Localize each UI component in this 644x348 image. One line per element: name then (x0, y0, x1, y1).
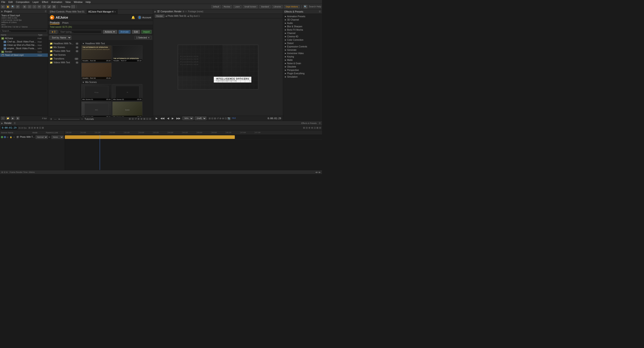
grid-thumb[interactable]: ≫ Mix Scene 02 05.00 (112, 84, 142, 101)
quality-select[interactable]: (Half) (195, 116, 206, 120)
menu-file[interactable]: File (1, 1, 5, 3)
import-button[interactable]: Import (141, 30, 152, 34)
fit-icon[interactable]: ⊕ (138, 118, 140, 120)
effects-item[interactable]: ▶ Blur & Sharpen (283, 25, 322, 28)
actions-button[interactable]: Actions ▼ (103, 30, 117, 34)
effects-item[interactable]: ▶ Keying (283, 55, 322, 58)
lock-icon[interactable]: 🔒 (10, 136, 12, 138)
effects-item[interactable]: ▶ Matte (283, 58, 322, 62)
effects-item[interactable]: ▶ Expression Controls (283, 45, 322, 48)
preset-standard[interactable]: Standard (259, 5, 270, 8)
tool-pen[interactable]: ✏ (37, 5, 41, 8)
snapping-toggle[interactable]: ⋮⋮ (71, 5, 75, 8)
skip-back-btn[interactable]: ◀◀ (160, 116, 165, 120)
view-toggle-icon[interactable]: ⊟ (132, 118, 134, 120)
solo-icon[interactable]: ◎ (7, 136, 9, 138)
view-grid-icon[interactable]: ⊞ (209, 117, 211, 120)
safe-area-icon[interactable]: ⊟ (211, 117, 213, 120)
effects-item[interactable]: ▶ Color Correction (283, 38, 322, 42)
nav-products[interactable]: Products (50, 21, 60, 24)
effects-menu-icon2[interactable]: ☰ (319, 122, 321, 124)
project-item[interactable]: ⚠ Close up Shot of a Red-Haired Girl.mp4… (0, 44, 48, 47)
tl-icon3[interactable]: ⊕ (34, 126, 36, 129)
tool-select[interactable]: ▸ (1, 5, 5, 8)
tab-effect-controls[interactable]: Effect Controls: Photo With Text 01 (48, 10, 86, 14)
project-item[interactable]: ▶ Render Com (0, 50, 48, 54)
project-item[interactable]: ⚠ Chef op...Stock Video Footage - Artgri… (0, 40, 48, 44)
cat-mix-scenes[interactable]: 📁 Mix Scenes 8 (48, 46, 80, 49)
timecode-display[interactable]: 0:00:01:29 (1, 126, 18, 130)
effects-item[interactable]: ▶ Perspective (283, 68, 322, 72)
grid-thumb[interactable]: THE AFTERMATH OF OPERATION Lorem ipsum t… (112, 46, 142, 62)
tool-ellipse[interactable]: ○ (32, 5, 36, 8)
render-tab[interactable]: Render (155, 14, 164, 18)
preset-learn[interactable]: Learn (233, 5, 242, 8)
preset-review[interactable]: Review (222, 5, 232, 8)
rotate-view-icon[interactable]: ⊗ (140, 118, 142, 120)
delete-view-icon[interactable]: ⊟ (149, 118, 151, 120)
project-search-input[interactable] (1, 29, 47, 33)
play-icon[interactable]: ⏸ (50, 118, 52, 120)
tl-icon4[interactable]: ⊗ (36, 126, 38, 129)
star-count-btn[interactable]: ★ 0 (50, 30, 58, 34)
effects-item[interactable]: ▶ Cinema 4D (283, 35, 322, 38)
layer-audio-btn[interactable] (4, 136, 6, 138)
grid-thumb[interactable]: Scene Mix Scene 04 05.00 (112, 102, 142, 117)
preset-small[interactable]: Small Screen (243, 5, 258, 8)
effects-presets-tab[interactable]: Effects & Presets (301, 122, 317, 124)
stop-icon[interactable]: — (54, 118, 56, 120)
frame-back-btn[interactable]: ◀ (166, 116, 170, 120)
folder-btn[interactable]: 📁 (6, 116, 10, 120)
frame-fwd-btn[interactable]: ▶ (171, 116, 174, 120)
tool-zoom[interactable]: 🔍 (11, 5, 15, 8)
menu-composition[interactable]: Composition (16, 1, 30, 3)
tool-anchor[interactable]: ⊕ (22, 5, 26, 8)
animate-button[interactable]: Animate (118, 30, 131, 34)
grid-thumb[interactable]: IMG Mix Scene 03 05.00 (82, 102, 112, 117)
menu-help[interactable]: Help (86, 1, 91, 3)
mask-view-icon[interactable]: ⊠ (143, 118, 145, 120)
tutorials-button[interactable]: Tutorials (84, 118, 94, 120)
effects-item[interactable]: ▶ 3D Channel (283, 18, 322, 22)
timeline-playhead[interactable] (100, 135, 100, 170)
preset-depe[interactable]: Depe Motions (284, 5, 300, 8)
notification-icon[interactable]: 🔔 (131, 16, 135, 19)
parent-link-icon[interactable]: ⊕ (48, 136, 51, 138)
layer-mode-select[interactable]: Normal (36, 135, 48, 139)
clear-selection-icon[interactable]: ✕ (148, 36, 150, 39)
menu-effect[interactable]: Effect (42, 1, 48, 3)
section-mix-scenes[interactable]: ▼ Mix Scenes (82, 80, 152, 84)
grid-thumb[interactable]: HEADLINE NEWS Headlin...Text 08 05.00 (82, 63, 112, 80)
edit-button[interactable]: Edit (132, 30, 140, 34)
tl-right-icon1[interactable]: ⊞ (303, 126, 305, 129)
effects-item[interactable]: ▶ Plugin Everything (283, 72, 322, 75)
cat-transitions[interactable]: 📁 Transitions 10 (48, 57, 80, 60)
sort-select[interactable]: Sort by: Name (50, 36, 71, 40)
reset-view-icon[interactable]: ↺ (134, 118, 137, 120)
plus-icon[interactable]: + (82, 118, 83, 120)
tl-icon6[interactable]: ⊠ (42, 126, 44, 129)
tl-icon1[interactable]: ⊞ (28, 126, 30, 129)
3d-icon[interactable]: ⊗ (222, 117, 224, 120)
new-item-btn[interactable]: + (1, 116, 5, 120)
effects-item[interactable]: ▶ Distort (283, 42, 322, 45)
effects-item[interactable]: ▶ Boris FX Mocha (283, 28, 322, 32)
menu-layer[interactable]: Layer (33, 1, 39, 3)
project-item[interactable]: 🎬 Tears of Steel.mp4 Impo (0, 54, 48, 57)
rotate-icon[interactable]: ⊕ (219, 117, 222, 120)
project-item[interactable]: ⚠ empire...Stock Video Footage - Artgrid… (0, 47, 48, 50)
effects-item[interactable]: ▶ Simulation (283, 75, 322, 78)
section-headlines[interactable]: ▼ Headlines With Text (82, 42, 152, 46)
tool-rotate[interactable]: ↺ (16, 5, 20, 8)
cat-photos-text[interactable]: 📁 Photos With Text 8 (48, 49, 80, 53)
project-item[interactable]: ▶ AEJuice Fold (0, 37, 48, 40)
cat-text-scenes[interactable]: 📁 Text Scenes (48, 53, 80, 57)
snap-icon[interactable]: ⊡ (225, 117, 227, 120)
tool-stamp[interactable]: ⊞ (52, 5, 56, 8)
effects-menu-icon[interactable]: ☰ (319, 10, 321, 13)
timeline-menu-icon[interactable]: ☰ (14, 122, 16, 124)
tool-hand[interactable]: ✋ (6, 5, 10, 8)
tl-right-icon7[interactable]: ⊟ (319, 126, 321, 129)
effects-item[interactable]: ▶ Channel (283, 32, 322, 35)
menu-window[interactable]: Window (74, 1, 82, 3)
